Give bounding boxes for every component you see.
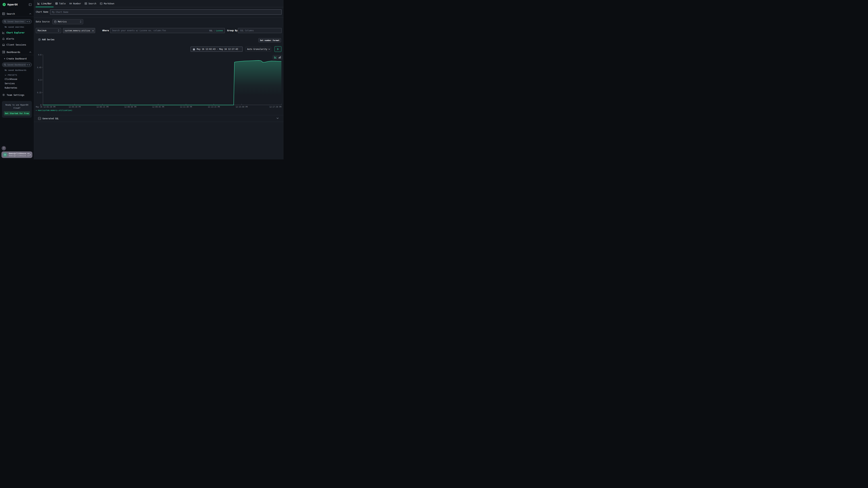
- chart-name-input[interactable]: [50, 11, 281, 13]
- bar-chart-toggle-icon[interactable]: [278, 56, 281, 59]
- sidebar-item-team-settings[interactable]: Team Settings: [2, 93, 34, 96]
- cloud-promo-line2: Cloud?: [4, 106, 30, 109]
- mode-divider: |: [214, 29, 215, 32]
- divider: [34, 18, 283, 18]
- date-range-picker[interactable]: May 16 12:02:43 - May 16 12:17:43: [191, 46, 243, 52]
- sidebar-item-chart-explorer[interactable]: Chart Explorer: [2, 31, 34, 34]
- set-number-format-button[interactable]: Set number format: [258, 38, 281, 42]
- hyperdx-logo-icon: [3, 3, 6, 6]
- help-button[interactable]: ?: [2, 146, 6, 151]
- x-tick-label: 12:13:15 PM: [208, 106, 220, 108]
- play-icon: [277, 48, 279, 50]
- x-tick-label: 12:08:00 PM: [124, 106, 136, 108]
- chart-type-tabs: Line/Bar Table 123 Number Search M↓ Ma: [34, 0, 283, 7]
- y-axis-labels: 00.150.30.450.6: [35, 55, 41, 105]
- user-menu[interactable]: D demos@clickhouse.com demos@clickhouse.…: [1, 152, 32, 158]
- sidebar-item-alerts[interactable]: Alerts: [2, 37, 34, 40]
- number-123-icon: 123: [69, 3, 72, 4]
- add-series-button[interactable]: Add Series: [38, 38, 55, 41]
- tab-markdown[interactable]: M↓ Markdown: [98, 0, 116, 7]
- select-chevrons-icon: [58, 29, 59, 32]
- close-icon[interactable]: ×: [92, 29, 94, 32]
- divider: [34, 122, 283, 122]
- table-icon: [55, 2, 58, 5]
- sidebar-section-search[interactable]: Search: [0, 11, 34, 17]
- sql-mode-toggle[interactable]: SQL: [209, 29, 213, 32]
- tab-search[interactable]: Search: [83, 0, 98, 7]
- data-source-select[interactable]: Metrics: [53, 19, 83, 24]
- group-by-input[interactable]: [238, 29, 281, 32]
- collapse-sidebar-icon[interactable]: [29, 3, 32, 6]
- tab-label: Search: [88, 2, 96, 5]
- y-tick-label: 0.6: [38, 54, 41, 56]
- tab-line-bar[interactable]: Line/Bar: [36, 0, 54, 7]
- get-started-button[interactable]: Get Started for Free: [4, 111, 30, 116]
- chart-plot-area[interactable]: [43, 55, 281, 105]
- line-chart-icon: [37, 2, 40, 5]
- create-dashboard-label: + Create Dashboard: [4, 58, 27, 60]
- chevron-right-icon: [29, 154, 31, 156]
- saved-searches-input[interactable]: Saved Searches ⌘ K: [2, 19, 32, 24]
- tab-label: Line/Bar: [41, 2, 52, 5]
- preset-item-services[interactable]: Services: [5, 82, 34, 85]
- line-chart-icon: [2, 31, 5, 34]
- sidebar-item-client-sessions[interactable]: Client Sessions: [2, 43, 34, 46]
- group-by-field: [238, 28, 282, 33]
- search-icon: [4, 21, 6, 23]
- avatar: D: [3, 153, 7, 157]
- metric-tag-label: system.memory.utiliza: [65, 29, 91, 32]
- saved-searches-placeholder: Saved Searches: [7, 21, 26, 23]
- generated-sql-toggle[interactable]: </> Generated SQL: [38, 117, 59, 120]
- search-icon: [4, 64, 6, 66]
- preset-item-clickhouse[interactable]: Clickhouse: [5, 78, 34, 80]
- presets-label: PRESETS: [8, 74, 18, 76]
- bell-icon: [2, 37, 5, 40]
- presets-toggle[interactable]: PRESETS: [5, 74, 34, 76]
- dashboards-section-label: Dashboards: [7, 51, 29, 54]
- chart-display-toggle: [272, 55, 283, 60]
- create-dashboard-button[interactable]: + Create Dashboard: [4, 58, 34, 60]
- date-range-value: May 16 12:02:43 - May 16 12:17:43: [197, 48, 238, 51]
- lucene-mode-toggle[interactable]: Lucene: [216, 29, 223, 32]
- no-saved-searches-text: No saved searches: [5, 26, 34, 28]
- add-series-label: Add Series: [42, 38, 55, 41]
- chart-legend[interactable]: — max(system.memory.utilization): [36, 109, 72, 111]
- cloud-promo-line1: Ready to use HyperDX: [4, 103, 30, 106]
- sidebar: HyperDX Search Saved Searches ⌘ K No sav…: [0, 0, 34, 159]
- aggregation-select[interactable]: Maximum: [36, 28, 61, 33]
- saved-dashboards-input[interactable]: Saved Dashboards ⌘ K: [2, 62, 32, 67]
- main-content: Line/Bar Table 123 Number Search M↓ Ma: [34, 0, 283, 159]
- user-email: demos@clickhouse.com: [9, 153, 29, 155]
- chart-name-label: Chart Name: [36, 11, 48, 13]
- tab-table[interactable]: Table: [54, 0, 67, 7]
- chevron-up-icon[interactable]: [29, 52, 31, 53]
- sidebar-section-dashboards[interactable]: Dashboards: [0, 49, 34, 55]
- database-icon: [54, 21, 56, 23]
- plus-circle-icon: [38, 38, 41, 41]
- where-input[interactable]: [110, 29, 209, 32]
- search-section-label: Search: [7, 12, 29, 15]
- run-query-button[interactable]: [275, 46, 281, 52]
- line-chart-toggle-icon[interactable]: [274, 56, 277, 59]
- timeseries-chart: [43, 55, 281, 105]
- tab-number[interactable]: 123 Number: [67, 0, 83, 7]
- metric-tag[interactable]: system.memory.utiliza ×: [63, 28, 95, 33]
- list-icon: [85, 2, 87, 5]
- laptop-icon: [2, 43, 5, 46]
- search-section-icon: [2, 12, 5, 15]
- no-saved-dashboards-text: No saved dashboards: [5, 69, 34, 71]
- where-label: Where: [102, 29, 109, 32]
- preset-item-kubernetes[interactable]: Kubernetes: [5, 87, 34, 89]
- x-tick-label: 12:15:00 PM: [236, 106, 248, 108]
- granularity-select[interactable]: Auto Granularity: [245, 46, 271, 52]
- data-source-label: Data Source: [36, 21, 50, 23]
- shortcut-badge: ⌘ K: [26, 20, 31, 23]
- x-tick-label: 12:09:45 PM: [152, 106, 164, 108]
- chevron-up-icon[interactable]: [29, 13, 31, 14]
- markdown-icon: M↓: [100, 3, 102, 5]
- x-tick-label: 12:11:30 PM: [180, 106, 192, 108]
- chevron-down-icon[interactable]: [277, 118, 279, 119]
- sidebar-item-label: Alerts: [6, 38, 14, 40]
- y-tick-label: 0.15: [37, 92, 41, 93]
- legend-swatch: —: [36, 109, 37, 111]
